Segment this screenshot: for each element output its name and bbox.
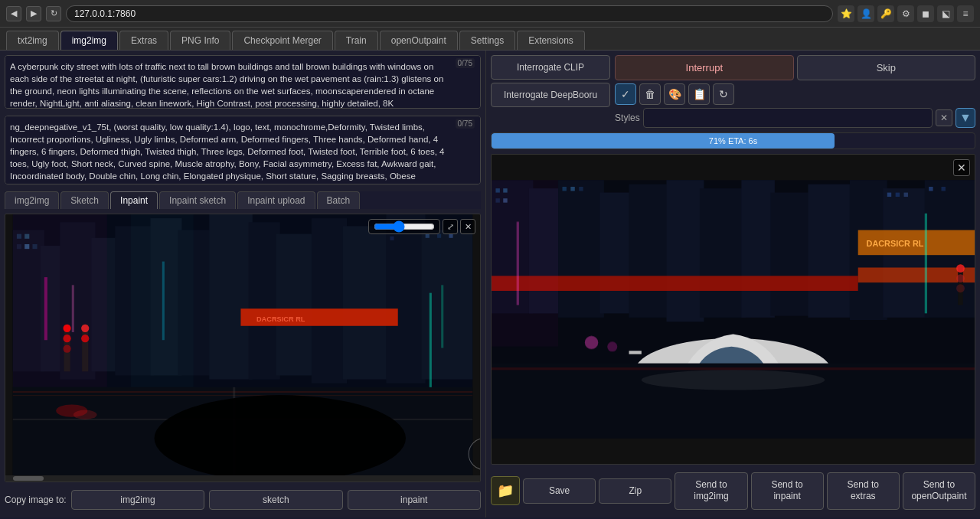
svg-rect-43 (441, 285, 443, 348)
svg-rect-14 (422, 230, 473, 380)
svg-rect-74 (896, 193, 900, 197)
styles-label: Styles (615, 113, 640, 123)
image-scrollbar[interactable] (5, 475, 480, 481)
send-to-inpaint-button[interactable]: Send to inpaint (751, 472, 824, 510)
svg-point-40 (74, 410, 97, 419)
nav-forward-button[interactable]: ▶ (26, 6, 41, 21)
styles-add-button[interactable]: ▼ (956, 108, 975, 128)
sub-tab-inpaint[interactable]: Inpaint (110, 191, 158, 209)
browser-icon-6[interactable]: ⬕ (937, 5, 954, 22)
svg-rect-11 (312, 218, 347, 384)
svg-text:DACRSICR RL: DACRSICR RL (256, 315, 305, 323)
paint-icon-button[interactable]: 🎨 (664, 83, 685, 105)
right-panel: Interrogate CLIP Interrogate DeepBooru I… (486, 51, 980, 517)
browser-icon-2[interactable]: 👤 (858, 5, 874, 22)
nav-back-button[interactable]: ◀ (6, 6, 21, 21)
tab-train[interactable]: Train (335, 31, 378, 50)
svg-rect-30 (44, 277, 47, 340)
svg-point-102 (956, 284, 965, 292)
tab-txt2img[interactable]: txt2img (6, 31, 59, 50)
inpaint-canvas[interactable]: DACRSICR RL (5, 214, 480, 481)
styles-input[interactable] (643, 108, 933, 128)
folder-button[interactable]: 📁 (491, 476, 520, 505)
browser-icon-7[interactable]: ≡ (957, 5, 974, 22)
svg-text:DACRSICR RL: DACRSICR RL (867, 239, 924, 248)
copy-to-inpaint-button[interactable]: inpaint (348, 490, 481, 510)
zip-button[interactable]: Zip (599, 478, 671, 504)
svg-point-103 (585, 336, 598, 349)
interrogate-deepbooru-button[interactable]: Interrogate DeepBooru (491, 83, 610, 107)
browser-icon-5[interactable]: ◼ (917, 5, 934, 22)
inpaint-image-area[interactable]: ⤢ ✕ (5, 214, 481, 482)
interrupt-button[interactable]: Interrupt (615, 55, 793, 80)
negative-prompt-input[interactable]: ng_deepnegative_v1_75t, (worst quality, … (5, 116, 481, 184)
icon-row: ✓ 🗑 🎨 📋 ↻ (615, 83, 975, 105)
svg-rect-62 (808, 184, 854, 318)
svg-rect-55 (558, 180, 604, 318)
tab-img2img[interactable]: img2img (60, 31, 118, 50)
send-to-openoutpaint-button[interactable]: Send to openOutpaint (903, 472, 975, 510)
positive-prompt-input[interactable]: A cyberpunk city street with lots of tra… (5, 55, 481, 109)
output-image-area: ✕ (491, 154, 975, 465)
tab-png-info[interactable]: PNG Info (170, 31, 230, 50)
svg-rect-72 (579, 187, 583, 191)
sub-tab-img2img[interactable]: img2img (5, 191, 59, 209)
image-resize-icon[interactable]: ⤢ (443, 219, 458, 234)
progress-bar: 71% ETA: 6s (491, 132, 975, 149)
svg-rect-60 (741, 180, 775, 318)
browser-icon-1[interactable]: ⭐ (838, 5, 854, 22)
svg-rect-57 (629, 184, 671, 318)
sub-tab-inpaint-sketch[interactable]: Inpaint sketch (159, 191, 236, 209)
copy-to-img2img-button[interactable]: img2img (71, 490, 204, 510)
svg-rect-95 (629, 351, 642, 354)
svg-rect-82 (492, 180, 558, 347)
copy-image-bar: Copy image to: img2img sketch inpaint (5, 487, 481, 513)
svg-rect-73 (887, 193, 891, 197)
styles-row: Styles ✕ ▼ (615, 108, 975, 128)
scrollbar-thumb (13, 476, 44, 481)
svg-rect-58 (666, 180, 704, 322)
sub-tab-inpaint-upload[interactable]: Inpaint upload (237, 191, 315, 209)
output-close-button[interactable]: ✕ (953, 159, 970, 176)
svg-rect-83 (517, 222, 519, 305)
copy-icon-button[interactable]: 📋 (688, 83, 710, 105)
skip-button[interactable]: Skip (797, 55, 975, 80)
svg-rect-10 (276, 234, 315, 376)
brush-size-slider[interactable] (374, 224, 435, 230)
image-tools: ⤢ ✕ (368, 219, 475, 234)
positive-prompt-char-count: 0/75 (456, 58, 475, 68)
check-icon-button[interactable]: ✓ (615, 83, 636, 105)
svg-rect-48 (426, 234, 430, 238)
svg-rect-42 (430, 293, 432, 387)
interrogate-clip-button[interactable]: Interrogate CLIP (491, 55, 610, 80)
refresh-icon-button[interactable]: ↻ (713, 83, 734, 105)
negative-prompt-area: ng_deepnegative_v1_75t, (worst quality, … (5, 116, 481, 187)
svg-point-41 (155, 395, 406, 481)
folder-icon: 📁 (497, 482, 514, 499)
browser-icon-3[interactable]: 🔑 (877, 5, 894, 22)
progress-label: 71% ETA: 6s (709, 136, 757, 145)
image-close-icon[interactable]: ✕ (460, 219, 475, 234)
interrogate-panel: Interrogate CLIP Interrogate DeepBooru (491, 55, 610, 128)
sub-tab-batch[interactable]: Batch (317, 191, 361, 209)
tab-checkpoint-merger[interactable]: Checkpoint Merger (232, 31, 332, 50)
send-to-extras-button[interactable]: Send to extras (827, 472, 900, 510)
tab-settings[interactable]: Settings (459, 31, 515, 50)
tab-openoutpaint[interactable]: openOutpaint (380, 31, 458, 50)
sub-tab-sketch[interactable]: Sketch (60, 191, 109, 209)
left-panel: A cyberpunk city street with lots of tra… (0, 51, 486, 517)
url-bar[interactable]: 127.0.0.1:7860 (66, 5, 833, 22)
trash-icon-button[interactable]: 🗑 (639, 83, 661, 105)
send-to-img2img-button[interactable]: Send to img2img (675, 472, 747, 510)
browser-icon-4[interactable]: ⚙ (897, 5, 914, 22)
main-content: A cyberpunk city street with lots of tra… (0, 51, 980, 517)
save-button[interactable]: Save (523, 478, 596, 504)
nav-refresh-button[interactable]: ↻ (46, 6, 61, 21)
copy-to-sketch-button[interactable]: sketch (209, 490, 342, 510)
styles-clear-button[interactable]: ✕ (936, 109, 952, 126)
browser-toolbar-icons: ⭐ 👤 🔑 ⚙ ◼ ⬕ ≡ (838, 5, 974, 22)
tab-extensions[interactable]: Extensions (517, 31, 585, 50)
svg-rect-35 (13, 391, 472, 393)
tab-extras[interactable]: Extras (119, 31, 168, 50)
svg-rect-12 (343, 226, 390, 379)
